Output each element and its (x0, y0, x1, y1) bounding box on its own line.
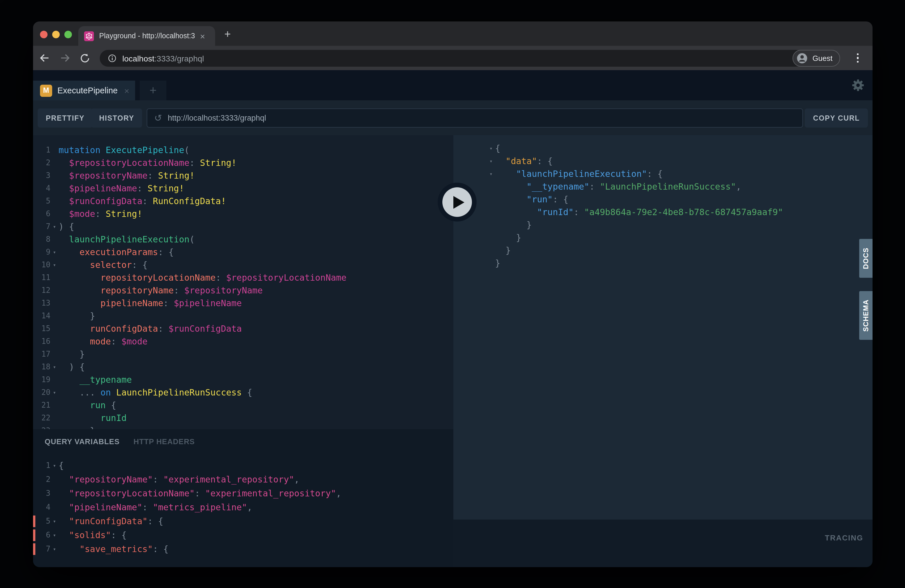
close-window-button[interactable] (40, 31, 48, 38)
fold-spacer (51, 297, 59, 310)
code-line: ▾ "data": { (453, 155, 873, 168)
line-number: 3 (33, 486, 51, 501)
playground-toolbar: PRETTIFY HISTORY ↺ http://localhost:3333… (33, 100, 873, 135)
fold-spacer (51, 373, 59, 386)
reload-icon[interactable] (79, 52, 90, 64)
fold-toggle-icon[interactable]: ▾ (51, 386, 59, 399)
fold-toggle-icon[interactable]: ▾ (51, 220, 59, 233)
fold-toggle-icon[interactable]: ▾ (51, 528, 59, 542)
play-icon (453, 196, 464, 208)
fold-toggle-icon[interactable]: ▾ (51, 246, 59, 259)
code-line: ▾ "launchPipelineExecution": { (453, 168, 873, 180)
code-line: 8 launchPipelineExecution( (33, 233, 453, 246)
prettify-button[interactable]: PRETTIFY (38, 108, 93, 127)
fold-toggle-icon[interactable]: ▾ (51, 259, 59, 272)
code-line: 6▾ "solids": { (33, 528, 453, 542)
fold-spacer (51, 310, 59, 323)
zoom-window-button[interactable] (64, 31, 72, 38)
url-host: localhost (122, 54, 154, 63)
browser-menu-icon[interactable] (857, 53, 859, 63)
code-line: 17 } (33, 348, 453, 361)
tab-http-headers[interactable]: HTTP HEADERS (133, 437, 195, 446)
line-number: 19 (33, 373, 51, 386)
tracing-panel-toggle[interactable]: TRACING (825, 534, 863, 542)
fold-spacer (51, 284, 59, 297)
line-number: 17 (33, 348, 51, 361)
back-icon[interactable] (39, 52, 51, 64)
address-bar[interactable]: localhost:3333/graphql (100, 50, 804, 67)
code-line: 10▾ selector: { (33, 259, 453, 272)
browser-new-tab-button[interactable]: + (224, 29, 231, 40)
endpoint-url: http://localhost:3333/graphql (168, 114, 266, 122)
variables-editor[interactable]: 1▾{2 "repositoryName": "experimental_rep… (33, 446, 453, 556)
code-line: 13 pipelineName: $pipelineName (33, 297, 453, 310)
error-marker (33, 544, 35, 555)
fold-toggle-icon[interactable]: ▾ (51, 361, 59, 373)
playground-tab-title: ExecutePipeline (57, 86, 124, 95)
fold-spacer (51, 486, 59, 501)
code-line: 7▾ "save_metrics": { (33, 542, 453, 556)
fold-toggle-icon[interactable]: ▾ (51, 459, 59, 473)
line-number: 22 (33, 412, 51, 424)
mutation-badge: M (40, 84, 52, 97)
endpoint-input[interactable]: ↺ http://localhost:3333/graphql (147, 108, 803, 127)
playground-tab-close-icon[interactable]: × (124, 86, 129, 95)
code-line: } (453, 231, 873, 244)
line-number: 11 (33, 272, 51, 284)
fold-spacer (51, 208, 59, 220)
error-marker (33, 529, 35, 541)
settings-gear-icon[interactable] (851, 78, 865, 92)
line-number: 7 (33, 220, 51, 233)
line-number: 8 (33, 233, 51, 246)
query-editor[interactable]: 1mutation ExecutePipeline(2 $repositoryL… (33, 135, 453, 438)
profile-button[interactable]: Guest (793, 50, 840, 67)
fold-toggle-icon[interactable]: ▾ (487, 168, 495, 180)
code-line: 4 "pipelineName": "metrics_pipeline", (33, 501, 453, 514)
line-number: 21 (33, 399, 51, 412)
docs-side-tab[interactable]: DOCS (859, 239, 873, 278)
fold-spacer (51, 144, 59, 157)
browser-tabstrip: Playground - http://localhost:3 × + (33, 21, 873, 46)
forward-icon[interactable] (59, 52, 71, 64)
playground-new-tab-button[interactable]: + (140, 81, 167, 100)
browser-tab[interactable]: Playground - http://localhost:3 × (78, 26, 215, 46)
line-number: 4 (33, 501, 51, 514)
tab-query-variables[interactable]: QUERY VARIABLES (44, 437, 120, 446)
line-number: 7 (33, 542, 51, 556)
fold-spacer (51, 323, 59, 335)
fold-toggle-icon[interactable]: ▾ (51, 542, 59, 556)
fold-spacer (51, 195, 59, 208)
history-button[interactable]: HISTORY (91, 108, 142, 127)
code-line: 4 $pipelineName: String! (33, 182, 453, 195)
fold-spacer (51, 335, 59, 348)
fold-toggle-icon[interactable]: ▾ (487, 142, 495, 155)
line-number: 1 (33, 459, 51, 473)
minimize-window-button[interactable] (52, 31, 60, 38)
playground-tab-executepipeline[interactable]: M ExecutePipeline × (33, 81, 135, 100)
copy-curl-button[interactable]: COPY CURL (805, 108, 868, 127)
code-line: 5 $runConfigData: RunConfigData! (33, 195, 453, 208)
site-info-icon[interactable] (108, 54, 116, 63)
code-line: "run": { (453, 193, 873, 206)
line-number: 1 (33, 144, 51, 157)
fold-spacer (487, 219, 495, 231)
fold-spacer (51, 501, 59, 514)
fold-spacer (487, 257, 495, 270)
code-line: } (453, 257, 873, 270)
response-viewer[interactable]: ▾{▾ "data": {▾ "launchPipelineExecution"… (453, 135, 873, 526)
browser-window: Playground - http://localhost:3 × + (33, 21, 873, 567)
fold-spacer (487, 231, 495, 244)
fold-toggle-icon[interactable]: ▾ (51, 514, 59, 528)
fold-spacer (487, 180, 495, 193)
schema-side-tab[interactable]: SCHEMA (859, 291, 873, 340)
fold-toggle-icon[interactable]: ▾ (487, 155, 495, 168)
line-number: 2 (33, 157, 51, 169)
code-line: 12 repositoryName: $repositoryName (33, 284, 453, 297)
fold-spacer (51, 182, 59, 195)
execute-button[interactable] (438, 183, 476, 221)
code-line: 9▾ executionParams: { (33, 246, 453, 259)
line-number: 16 (33, 335, 51, 348)
line-number: 9 (33, 246, 51, 259)
reset-endpoint-icon[interactable]: ↺ (154, 113, 162, 122)
browser-tab-close-icon[interactable]: × (200, 32, 205, 40)
